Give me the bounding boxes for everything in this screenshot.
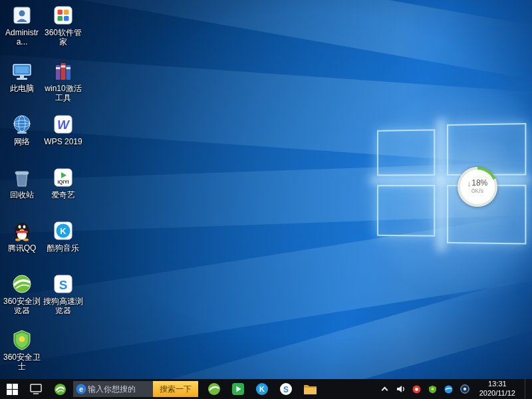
tray-browser-icon[interactable] (444, 381, 454, 397)
kugou-icon: K (255, 382, 269, 396)
desktop-icon-wps-2019[interactable]: W WPS 2019 (41, 113, 85, 147)
qq-penguin-icon (11, 219, 33, 242)
svg-text:iQIYI: iQIYI (57, 179, 68, 185)
search-input[interactable] (86, 382, 150, 396)
download-speed: 0K/s (471, 188, 483, 195)
taskbar-file-explorer[interactable] (298, 379, 322, 399)
file-explorer-icon (303, 384, 317, 395)
this-pc-icon (11, 60, 33, 82)
taskbar-sogou[interactable]: S (274, 379, 298, 399)
logo-pane (377, 129, 435, 176)
start-button[interactable] (0, 379, 24, 399)
desktop-icon-label: 360安全浏览器 (0, 297, 44, 316)
desktop-icon-label: Administra... (0, 29, 44, 47)
tray-360-icon[interactable] (412, 381, 422, 397)
system-tray: 13:31 2020/11/12 (380, 379, 532, 399)
svg-text:S: S (59, 278, 68, 292)
windows-logo-icon (7, 384, 18, 395)
tray-volume[interactable] (396, 381, 406, 397)
security-tray-icon (428, 385, 437, 394)
download-progress-inner: ↓ 18% 0K/s (460, 170, 495, 204)
desktop-icon-label: 搜狗高速浏览器 (41, 297, 85, 316)
logo-pane (447, 123, 526, 176)
logo-cross-glow (436, 118, 446, 251)
desktop-icon-360-browser[interactable]: 360安全浏览器 (0, 273, 44, 316)
logo-pane (377, 185, 435, 237)
desktop-icon-label: 腾讯QQ (0, 244, 44, 253)
sogou-icon: S (279, 382, 293, 396)
user-account-icon (11, 4, 33, 27)
desktop-icon-label: 360安全卫士 (0, 353, 44, 372)
clock-time: 13:31 (479, 380, 515, 389)
360-browser-icon (207, 382, 221, 396)
windows-logo-wallpaper (370, 117, 532, 268)
360-logo-icon (54, 383, 66, 396)
desktop-icon-360-safe-guard[interactable]: 360安全卫士 (0, 329, 44, 372)
desktop-icon-iqiyi[interactable]: iQIYI 爱奇艺 (41, 166, 85, 200)
360-browser-icon (11, 273, 33, 295)
desktop-icon-label: WPS 2019 (41, 138, 85, 147)
desktop-icon-network[interactable]: 网络 (0, 113, 44, 147)
browser-tray-icon (444, 385, 453, 394)
desktop-icon-kugou-music[interactable]: K 酷狗音乐 (41, 219, 85, 253)
kugou-icon: K (52, 219, 74, 242)
search-submit-button[interactable]: 搜索一下 (153, 381, 198, 397)
tray-security-icon[interactable] (428, 381, 438, 397)
svg-text:K: K (259, 385, 265, 393)
download-percent: 18% (471, 179, 487, 188)
taskbar-search-box[interactable]: e (73, 381, 153, 397)
iqiyi-icon (231, 382, 245, 396)
desktop-icon-this-pc[interactable]: 此电脑 (0, 60, 44, 94)
svg-text:W: W (57, 118, 70, 132)
shield-icon (11, 329, 33, 351)
taskbar-360-browser[interactable] (202, 379, 226, 399)
desktop-icon-label: 网络 (0, 138, 44, 147)
task-view-icon (30, 384, 42, 394)
svg-text:S: S (283, 385, 289, 394)
clock-date: 2020/11/12 (479, 389, 515, 398)
windows-desktop: Administra... 此电脑 网络 回收站 腾讯QQ 360安全浏览器 (0, 0, 532, 399)
download-arrow-icon: ↓ (467, 180, 471, 188)
recycle-bin-icon (11, 166, 33, 189)
desktop-icon-label: 此电脑 (0, 84, 44, 94)
360-search-logo-button[interactable] (48, 379, 72, 399)
software-manager-icon (52, 4, 74, 27)
desktop-icon-360-software-manager[interactable]: 360软件管家 (41, 4, 85, 47)
tray-expand-button[interactable] (380, 381, 390, 397)
volume-icon (396, 384, 406, 394)
tray-eye-protect-icon[interactable] (460, 381, 470, 397)
wps-icon: W (52, 113, 74, 136)
network-globe-icon (11, 113, 33, 136)
360-tray-icon (412, 385, 421, 394)
desktop-icon-label: 爱奇艺 (41, 191, 85, 200)
taskbar-clock[interactable]: 13:31 2020/11/12 (475, 380, 519, 398)
show-desktop-button[interactable] (525, 379, 528, 399)
taskbar-iqiyi[interactable] (226, 379, 250, 399)
desktop-icon-label: 360软件管家 (41, 29, 85, 47)
taskbar-kugou[interactable]: K (250, 379, 274, 399)
eye-protect-icon (460, 384, 469, 394)
pinned-apps: K S (202, 379, 322, 399)
desktop-icon-label: 回收站 (0, 191, 44, 200)
search-engine-icon: e (76, 384, 86, 394)
desktop-icon-tencent-qq[interactable]: 腾讯QQ (0, 219, 44, 253)
desktop-icon-label: 酷狗音乐 (41, 244, 85, 253)
iqiyi-icon: iQIYI (52, 166, 74, 189)
winrar-books-icon (52, 60, 74, 82)
svg-text:K: K (60, 226, 66, 236)
desktop-icon-win10-activation-tool[interactable]: win10激活工具 (41, 60, 85, 103)
download-progress-widget[interactable]: ↓ 18% 0K/s (458, 167, 497, 207)
desktop-icon-administrator[interactable]: Administra... (0, 4, 44, 47)
sogou-icon: S (52, 273, 74, 295)
svg-text:e: e (79, 385, 83, 393)
desktop-icon-recycle-bin[interactable]: 回收站 (0, 166, 44, 200)
expand-chevron-icon (382, 387, 388, 394)
desktop-icon-label: win10激活工具 (41, 84, 85, 103)
taskbar: e 搜索一下 K S (0, 379, 532, 399)
task-view-button[interactable] (24, 379, 48, 399)
desktop-icon-sogou-browser[interactable]: S 搜狗高速浏览器 (41, 273, 85, 316)
logo-cross-glow (370, 175, 531, 184)
